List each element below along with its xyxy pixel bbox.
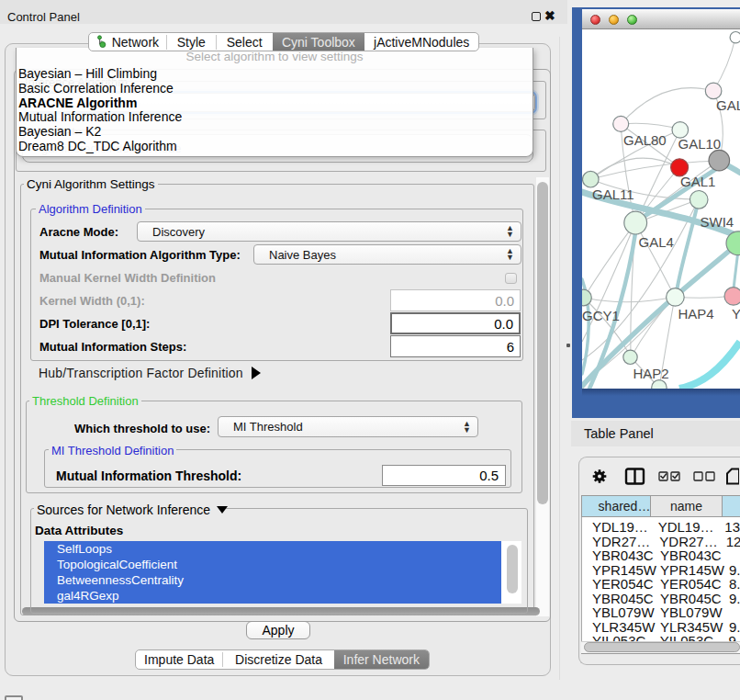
svg-text:GAL11: GAL11: [592, 186, 634, 202]
svg-text:GAL10: GAL10: [678, 136, 722, 152]
svg-text:YEL: YEL: [732, 306, 740, 322]
svg-text:GCY1: GCY1: [582, 308, 620, 323]
svg-text:GAL4: GAL4: [639, 234, 674, 250]
svg-text:HAP2: HAP2: [633, 366, 669, 381]
svg-text:SWI4: SWI4: [701, 214, 734, 230]
svg-text:HAP4: HAP4: [678, 306, 714, 322]
svg-text:GAL7: GAL7: [716, 97, 740, 113]
svg-text:GAL80: GAL80: [623, 132, 667, 148]
svg-text:GAL1: GAL1: [680, 174, 715, 189]
